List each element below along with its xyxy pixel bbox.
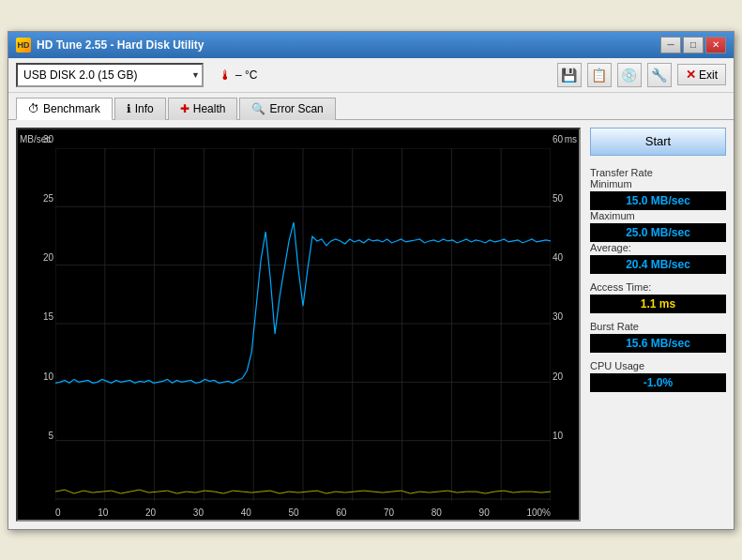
- access-time-label: Access Time:: [590, 281, 726, 293]
- save-icon-btn[interactable]: 💾: [557, 63, 582, 87]
- tab-benchmark[interactable]: ⏱ Benchmark: [16, 98, 113, 120]
- chart-svg: [55, 148, 551, 501]
- save-icon: 💾: [561, 68, 577, 83]
- tab-info[interactable]: ℹ Info: [114, 98, 166, 120]
- exit-x-icon: ✕: [686, 68, 696, 82]
- disk-icon: 💿: [621, 68, 637, 83]
- y-axis-left: 30 25 20 15 10 5: [18, 129, 55, 520]
- tab-health[interactable]: ✚ Health: [168, 98, 238, 120]
- temperature-area: 🌡 – °C: [219, 68, 257, 83]
- thermometer-icon: 🌡: [219, 68, 232, 83]
- transfer-rate-section: Transfer Rate Minimum 15.0 MB/sec Maximu…: [590, 165, 726, 274]
- access-time-value: 1.1 ms: [590, 295, 726, 313]
- tab-bar: ⏱ Benchmark ℹ Info ✚ Health 🔍 Error Scan: [8, 93, 734, 120]
- burst-rate-section: Burst Rate 15.6 MB/sec: [590, 319, 726, 353]
- temperature-value: – °C: [235, 68, 257, 82]
- cpu-usage-value: -1.0%: [590, 373, 726, 392]
- copy-icon: 📋: [591, 68, 607, 83]
- disk-selector-wrapper: USB DISK 2.0 (15 GB): [16, 63, 204, 87]
- access-time-section: Access Time: 1.1 ms: [590, 280, 726, 313]
- benchmark-tab-label: Benchmark: [43, 102, 100, 115]
- disk-selector[interactable]: USB DISK 2.0 (15 GB): [16, 63, 204, 87]
- side-panel: Start Transfer Rate Minimum 15.0 MB/sec …: [581, 128, 726, 522]
- minimize-button[interactable]: ─: [660, 37, 681, 53]
- burst-rate-value: 15.6 MB/sec: [590, 334, 726, 353]
- minimum-value: 15.0 MB/sec: [590, 191, 726, 210]
- info-tab-icon: ℹ: [127, 102, 131, 115]
- disk-icon-btn[interactable]: 💿: [617, 63, 642, 87]
- main-content: MB/sec ms 30 25 20 15 10 5 60 50 40 30 2…: [8, 120, 734, 529]
- error-scan-tab-icon: 🔍: [251, 102, 265, 115]
- title-bar-left: HD HD Tune 2.55 - Hard Disk Utility: [16, 38, 204, 53]
- exit-button[interactable]: ✕ Exit: [677, 64, 726, 85]
- window-title: HD Tune 2.55 - Hard Disk Utility: [37, 38, 204, 52]
- maximum-value: 25.0 MB/sec: [590, 223, 726, 242]
- average-label: Average:: [590, 242, 726, 253]
- cpu-usage-label: CPU Usage: [590, 360, 726, 371]
- cpu-usage-section: CPU Usage -1.0%: [590, 358, 726, 392]
- options-icon: 🔧: [651, 68, 667, 83]
- app-icon: HD: [16, 38, 31, 53]
- title-bar: HD HD Tune 2.55 - Hard Disk Utility ─ □ …: [8, 32, 734, 58]
- y-axis-right: 60 50 40 30 20 10: [551, 129, 579, 520]
- options-icon-btn[interactable]: 🔧: [647, 63, 672, 87]
- maximize-button[interactable]: □: [683, 37, 704, 53]
- close-button[interactable]: ✕: [705, 37, 726, 53]
- chart-area: MB/sec ms 30 25 20 15 10 5 60 50 40 30 2…: [16, 128, 581, 522]
- health-tab-icon: ✚: [180, 102, 189, 115]
- minimum-label: Minimum: [590, 178, 726, 189]
- burst-rate-label: Burst Rate: [590, 321, 726, 332]
- tab-error-scan[interactable]: 🔍 Error Scan: [239, 98, 335, 120]
- maximum-label: Maximum: [590, 210, 726, 221]
- average-value: 20.4 MB/sec: [590, 255, 726, 274]
- start-button[interactable]: Start: [590, 128, 726, 156]
- toolbar-icons: 💾 📋 💿 🔧 ✕ Exit: [557, 63, 726, 87]
- main-window: HD HD Tune 2.55 - Hard Disk Utility ─ □ …: [8, 31, 734, 530]
- transfer-rate-label: Transfer Rate: [590, 167, 726, 178]
- benchmark-tab-icon: ⏱: [28, 102, 39, 115]
- toolbar: USB DISK 2.0 (15 GB) 🌡 – °C 💾 📋 💿 🔧 ✕ Ex: [8, 58, 734, 93]
- exit-label: Exit: [699, 68, 718, 82]
- title-buttons: ─ □ ✕: [660, 37, 726, 53]
- info-tab-label: Info: [135, 102, 154, 115]
- copy-icon-btn[interactable]: 📋: [587, 63, 612, 87]
- error-scan-tab-label: Error Scan: [269, 102, 323, 115]
- health-tab-label: Health: [193, 102, 226, 115]
- x-axis: 0 10 20 30 40 50 60 70 80 90 100%: [55, 506, 551, 520]
